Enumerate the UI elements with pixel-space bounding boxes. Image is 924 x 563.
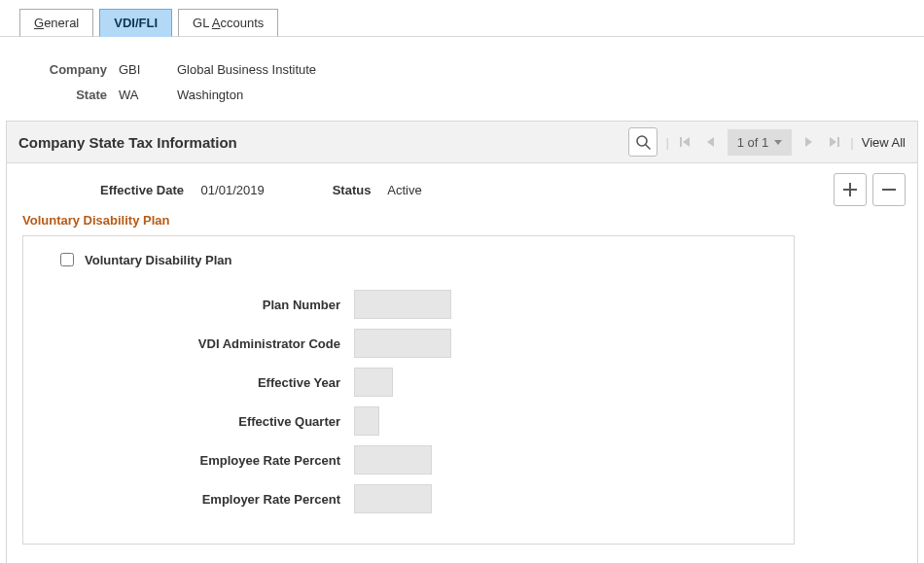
state-code: WA — [119, 88, 177, 102]
scroll-body: Effective Date 01/01/2019 Status Active … — [6, 163, 918, 563]
tab-general-hotkey: G — [34, 16, 44, 30]
add-row-button[interactable] — [834, 173, 867, 206]
svg-line-1 — [646, 145, 650, 149]
effective-quarter-input[interactable] — [354, 406, 379, 436]
minus-icon — [881, 182, 897, 197]
company-name: Global Business Institute — [177, 62, 316, 77]
tab-gl-pre: GL — [193, 16, 212, 30]
voluntary-disability-plan-checkbox-label: Voluntary Disability Plan — [85, 253, 231, 267]
svg-rect-9 — [843, 189, 857, 191]
status-label: Status — [333, 183, 372, 197]
row-count-text: 1 of 1 — [737, 135, 769, 150]
vdi-admin-code-label: VDI Administrator Code — [39, 336, 340, 351]
effective-date-label: Effective Date — [100, 183, 184, 197]
voluntary-disability-plan-group: Voluntary Disability Plan Plan Number VD… — [22, 235, 795, 545]
tab-strip: General VDI/FLI GL Accounts — [0, 0, 924, 37]
plan-number-label: Plan Number — [39, 298, 340, 312]
find-button[interactable] — [628, 127, 657, 157]
employee-rate-percent-label: Employee Rate Percent — [39, 453, 340, 468]
company-label: Company — [29, 62, 107, 77]
voluntary-disability-plan-checkbox[interactable] — [60, 253, 74, 266]
tab-vdi-fli[interactable]: VDI/FLI — [99, 9, 172, 37]
chevron-down-icon — [774, 140, 782, 145]
chevron-left-icon — [705, 135, 717, 149]
view-all-link[interactable]: View All — [862, 135, 906, 150]
plus-icon — [842, 182, 858, 197]
tab-gl-rest: ccounts — [220, 16, 264, 30]
first-icon — [679, 135, 693, 149]
svg-marker-5 — [805, 137, 812, 147]
svg-marker-3 — [683, 137, 690, 147]
state-name: Washington — [177, 88, 243, 102]
effective-date-value: 01/01/2019 — [201, 183, 265, 197]
state-label: State — [29, 88, 107, 102]
tab-general[interactable]: General — [19, 9, 93, 37]
context-header: Company GBI Global Business Institute St… — [0, 37, 924, 121]
last-icon — [827, 135, 840, 149]
tab-general-rest: eneral — [44, 16, 79, 30]
svg-rect-7 — [837, 137, 839, 147]
next-row-button[interactable] — [800, 133, 817, 151]
company-code: GBI — [119, 62, 177, 77]
section-title: Company State Tax Information — [18, 134, 237, 151]
search-icon — [635, 134, 651, 150]
svg-rect-2 — [680, 137, 682, 147]
tab-gl-accounts[interactable]: GL Accounts — [178, 9, 278, 37]
delete-row-button[interactable] — [872, 173, 906, 206]
effective-year-input[interactable] — [354, 368, 393, 397]
status-value: Active — [387, 183, 421, 197]
prev-row-button[interactable] — [702, 133, 720, 151]
voluntary-disability-plan-heading: Voluntary Disability Plan — [22, 213, 902, 228]
effective-quarter-label: Effective Quarter — [39, 414, 340, 429]
chevron-right-icon — [802, 135, 814, 149]
tab-vdi-fli-label: VDI/FLI — [114, 16, 158, 30]
vdi-admin-code-input[interactable] — [354, 329, 451, 358]
first-row-button[interactable] — [677, 133, 694, 151]
employee-rate-percent-input[interactable] — [354, 445, 432, 475]
svg-marker-4 — [707, 137, 714, 147]
section-bar: Company State Tax Information | — [6, 121, 918, 163]
row-count-indicator[interactable]: 1 of 1 — [728, 129, 793, 156]
employer-rate-percent-label: Employer Rate Percent — [39, 492, 340, 507]
svg-rect-10 — [882, 189, 896, 191]
effective-year-label: Effective Year — [39, 375, 340, 390]
plan-number-input[interactable] — [354, 290, 451, 319]
svg-marker-6 — [830, 137, 836, 147]
last-row-button[interactable] — [825, 133, 842, 151]
employer-rate-percent-input[interactable] — [354, 484, 432, 513]
